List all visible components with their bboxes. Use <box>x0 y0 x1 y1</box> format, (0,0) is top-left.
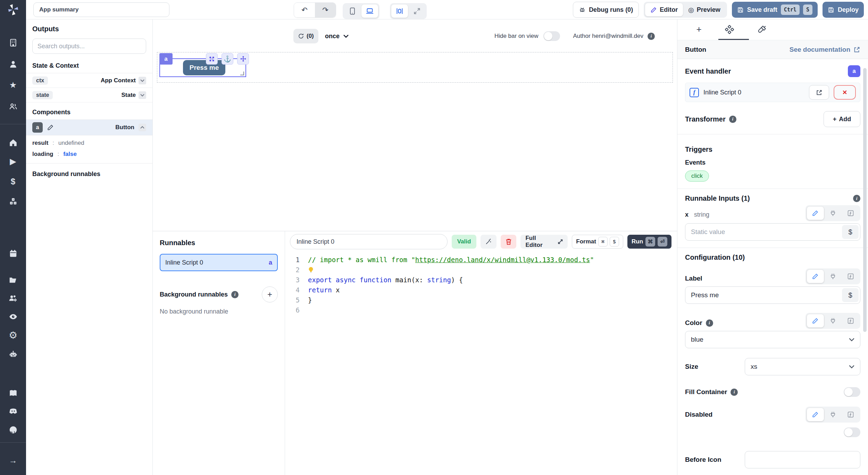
format-button[interactable]: Format ⌘ S <box>572 235 623 249</box>
connect-mode-plug-icon[interactable] <box>825 270 842 283</box>
center-align-button[interactable] <box>391 5 408 18</box>
search-outputs-input[interactable] <box>32 39 146 54</box>
app-summary-input[interactable] <box>33 2 169 17</box>
chevron-down-icon[interactable] <box>139 91 146 99</box>
building-icon[interactable] <box>0 35 26 51</box>
code-line[interactable]: 6 <box>285 305 677 315</box>
hide-bar-toggle[interactable] <box>543 31 560 41</box>
connect-mode-plug-icon[interactable] <box>825 314 842 327</box>
discord-icon[interactable] <box>0 403 26 419</box>
calendar-icon[interactable] <box>0 245 26 261</box>
component-settings-tab[interactable] <box>722 19 737 39</box>
color-select[interactable]: blue <box>685 331 860 348</box>
static-value-input[interactable] <box>685 223 860 241</box>
save-draft-button[interactable]: Save draft Ctrl S <box>732 2 818 18</box>
undo-button[interactable]: ↶ <box>294 3 315 17</box>
full-editor-button[interactable]: Full Editor <box>520 235 568 249</box>
anchor-handle-icon[interactable]: ⚓ <box>222 53 233 65</box>
cubes-icon[interactable] <box>0 193 26 209</box>
eval-mode-fx-icon[interactable] <box>842 270 859 283</box>
book-icon[interactable] <box>0 385 26 401</box>
add-transformer-button[interactable]: + Add <box>824 111 860 127</box>
dollar-template-button[interactable]: $ <box>842 288 859 302</box>
play-icon[interactable]: ▶ <box>0 153 26 169</box>
static-mode-pencil-icon[interactable] <box>807 314 824 327</box>
pencil-icon[interactable] <box>47 124 54 131</box>
info-icon[interactable]: i <box>853 195 860 202</box>
gear-icon[interactable]: ⚙ <box>0 327 26 343</box>
event-handler-script-item[interactable]: f Inline Script 0 ✕ <box>685 83 860 102</box>
windmill-logo[interactable] <box>7 0 20 19</box>
users-gear-icon[interactable] <box>0 290 26 306</box>
add-background-runnable-button[interactable]: + <box>262 286 278 302</box>
run-button[interactable]: Run ⌘ ⏎ <box>627 235 671 249</box>
delete-script-button[interactable] <box>501 235 517 249</box>
code-line[interactable]: 1// import * as wmill from "https://deno… <box>285 255 677 265</box>
user-icon[interactable] <box>0 56 26 72</box>
desktop-view-button[interactable] <box>361 5 378 18</box>
tab-editor[interactable]: Editor <box>645 3 683 16</box>
app-canvas[interactable]: (0) once Hide bar on view Author henri@w… <box>153 19 677 231</box>
remove-script-button[interactable]: ✕ <box>834 85 856 100</box>
schedule-dropdown[interactable]: once <box>325 29 349 43</box>
star-icon[interactable]: ★ <box>0 77 26 93</box>
size-select[interactable]: xs <box>745 358 860 375</box>
info-icon[interactable]: i <box>231 291 239 298</box>
code-editor-content[interactable]: 1// import * as wmill from "https://deno… <box>285 252 677 475</box>
users-icon[interactable] <box>0 99 26 115</box>
info-icon[interactable]: i <box>648 33 655 40</box>
move-handle-icon[interactable] <box>237 53 249 65</box>
code-line[interactable]: 2 <box>285 265 677 275</box>
connect-mode-plug-icon[interactable] <box>825 408 842 421</box>
static-mode-pencil-icon[interactable] <box>807 270 824 283</box>
component-row-a[interactable]: a Button <box>26 119 152 135</box>
label-value-input[interactable] <box>685 286 860 304</box>
chevron-down-icon[interactable] <box>139 77 146 84</box>
folder-icon[interactable] <box>0 272 26 288</box>
eval-mode-fx-icon[interactable] <box>842 408 859 421</box>
info-icon[interactable]: i <box>731 389 738 396</box>
fill-container-toggle[interactable] <box>844 387 860 397</box>
refresh-runnables-button[interactable]: (0) <box>293 29 318 43</box>
component-id-tag[interactable]: a <box>159 53 173 65</box>
lightbulb-icon[interactable] <box>308 265 314 275</box>
runnable-item-inline-script-0[interactable]: Inline Script 0 a <box>160 254 278 271</box>
open-script-button[interactable] <box>809 85 829 100</box>
scrollbar-thumb[interactable] <box>863 68 867 332</box>
expand-canvas-button[interactable] <box>409 5 425 18</box>
styling-tab[interactable] <box>754 19 770 39</box>
resize-handle[interactable] <box>240 72 244 75</box>
ai-wand-button[interactable] <box>481 235 496 249</box>
state-row[interactable]: state State <box>26 88 152 102</box>
code-line[interactable]: 5} <box>285 295 677 305</box>
static-mode-pencil-icon[interactable] <box>807 207 824 220</box>
debug-runs-button[interactable]: Debug runs (0) <box>573 2 639 18</box>
deploy-button[interactable]: Deploy <box>823 2 864 18</box>
home-icon[interactable] <box>0 135 26 151</box>
eval-mode-fx-icon[interactable] <box>842 314 859 327</box>
info-icon[interactable]: i <box>729 116 736 123</box>
robot-icon[interactable] <box>0 346 26 362</box>
disabled-toggle[interactable] <box>844 427 860 437</box>
expand-handle-icon[interactable] <box>206 53 218 65</box>
grid-row[interactable]: a ⚓ Press me <box>157 52 673 83</box>
dollar-icon[interactable]: $ <box>0 174 26 190</box>
tab-preview[interactable]: ◎ Preview <box>683 3 726 16</box>
code-line[interactable]: 3export async function main(x: string) { <box>285 275 677 285</box>
connect-mode-plug-icon[interactable] <box>825 207 842 220</box>
before-icon-select[interactable] <box>745 451 860 468</box>
dollar-template-button[interactable]: $ <box>842 225 859 239</box>
arrow-right-icon[interactable]: → <box>0 452 26 468</box>
see-documentation-link[interactable]: See documentation <box>790 46 860 53</box>
mobile-view-button[interactable] <box>344 5 361 18</box>
insert-component-tab[interactable]: + <box>691 19 707 39</box>
eye-icon[interactable] <box>0 309 26 325</box>
ctx-row[interactable]: ctx App Context <box>26 73 152 88</box>
chevron-up-icon[interactable] <box>139 124 146 131</box>
redo-button[interactable]: ↷ <box>315 3 336 17</box>
code-line[interactable]: 4 return x <box>285 285 677 295</box>
script-name-input[interactable] <box>290 234 448 249</box>
eval-mode-fx-icon[interactable] <box>842 207 859 220</box>
static-mode-pencil-icon[interactable] <box>807 408 824 421</box>
info-icon[interactable]: i <box>706 319 713 327</box>
